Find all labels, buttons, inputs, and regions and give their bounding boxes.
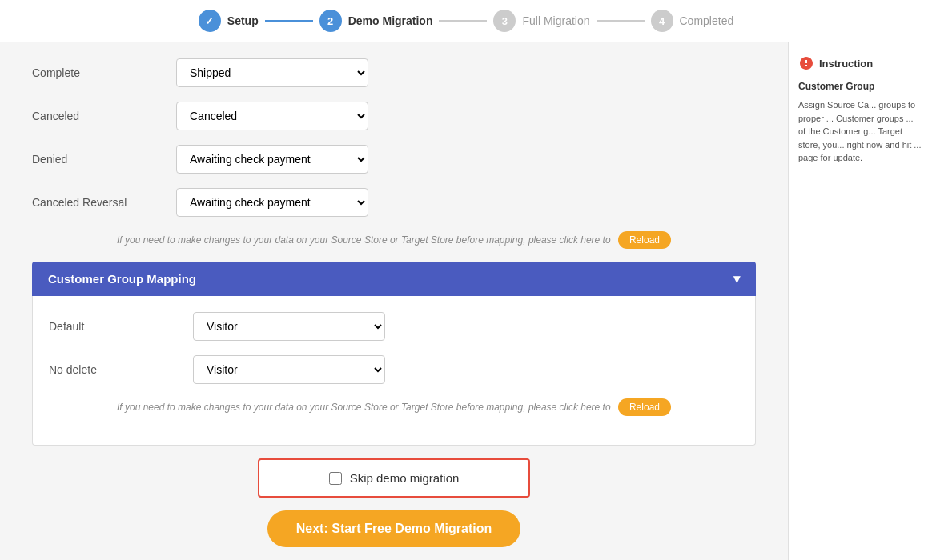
form-row-default: Default Visitor General Wholesale — [49, 312, 739, 341]
step-number-demo: 2 — [327, 15, 333, 27]
step-demo-migration: 2 Demo Migration — [319, 10, 433, 32]
stepper: ✓ Setup 2 Demo Migration 3 Full Migratio… — [0, 0, 932, 42]
step-setup: ✓ Setup — [199, 10, 259, 32]
label-default: Default — [49, 320, 193, 333]
step-full-migration: 3 Full Migration — [493, 10, 589, 32]
content-area: Complete Shipped Canceled Awaiting check… — [0, 42, 788, 560]
step-label-setup: Setup — [227, 14, 259, 27]
reload-button-1[interactable]: Reload — [618, 231, 671, 249]
section-content-customer-group: Default Visitor General Wholesale No del… — [32, 296, 756, 446]
select-canceled[interactable]: Shipped Canceled Awaiting check payment … — [176, 102, 368, 130]
section-title-customer-group: Customer Group Mapping — [48, 272, 196, 286]
select-default[interactable]: Visitor General Wholesale — [193, 312, 385, 341]
next-button[interactable]: Next: Start Free Demo Migration — [267, 510, 520, 547]
step-label-demo: Demo Migration — [348, 14, 433, 27]
main-layout: Complete Shipped Canceled Awaiting check… — [0, 42, 932, 560]
connector-2 — [439, 20, 487, 22]
step-checkmark: ✓ — [205, 15, 214, 27]
connector-3 — [597, 20, 645, 22]
step-completed: 4 Completed — [651, 10, 734, 32]
sidebar-text: Assign Source Ca... groups to proper ...… — [798, 98, 922, 165]
sidebar: Instruction Customer Group Assign Source… — [788, 42, 932, 560]
step-number-full: 3 — [502, 15, 508, 27]
select-complete[interactable]: Shipped Canceled Awaiting check payment … — [176, 58, 368, 87]
select-no-delete[interactable]: Visitor General Wholesale — [193, 355, 385, 384]
sidebar-customer-group-heading: Customer Group — [798, 81, 922, 92]
step-circle-completed: 4 — [651, 10, 673, 32]
form-row-canceled-reversal: Canceled Reversal Shipped Canceled Await… — [32, 188, 756, 217]
section-header-customer-group[interactable]: Customer Group Mapping ▾ — [32, 262, 756, 296]
reload-notice-1: If you need to make changes to your data… — [32, 231, 756, 249]
label-denied: Denied — [32, 153, 176, 166]
label-canceled-reversal: Canceled Reversal — [32, 196, 176, 209]
instructions-icon — [798, 55, 814, 71]
reload-notice-2: If you need to make changes to your data… — [49, 398, 739, 416]
form-row-complete: Complete Shipped Canceled Awaiting check… — [32, 58, 756, 87]
step-label-completed: Completed — [680, 14, 734, 27]
chevron-down-icon: ▾ — [733, 271, 740, 286]
step-circle-demo: 2 — [319, 10, 342, 32]
form-row-no-delete: No delete Visitor General Wholesale — [49, 355, 739, 384]
step-circle-full: 3 — [493, 10, 516, 32]
label-canceled: Canceled — [32, 110, 176, 122]
select-denied[interactable]: Shipped Canceled Awaiting check payment … — [176, 145, 368, 174]
reload-notice-text-1: If you need to make changes to your data… — [117, 234, 611, 246]
step-number-completed: 4 — [659, 15, 665, 27]
step-label-full: Full Migration — [522, 14, 589, 27]
skip-demo-label[interactable]: Skip demo migration — [350, 471, 460, 485]
customer-group-section: Customer Group Mapping ▾ Default Visitor… — [32, 262, 756, 446]
sidebar-logo: Instruction — [798, 55, 922, 71]
select-canceled-reversal[interactable]: Shipped Canceled Awaiting check payment … — [176, 188, 368, 217]
label-complete: Complete — [32, 66, 176, 79]
label-no-delete: No delete — [49, 363, 193, 376]
form-row-canceled: Canceled Shipped Canceled Awaiting check… — [32, 102, 756, 130]
skip-demo-box: Skip demo migration — [258, 458, 530, 498]
sidebar-title: Instruction — [819, 58, 873, 70]
skip-demo-checkbox[interactable] — [329, 472, 342, 485]
reload-button-2[interactable]: Reload — [618, 398, 671, 416]
connector-1 — [265, 20, 313, 22]
form-row-denied: Denied Shipped Canceled Awaiting check p… — [32, 145, 756, 174]
step-circle-setup: ✓ — [199, 10, 221, 32]
reload-notice-text-2: If you need to make changes to your data… — [117, 402, 611, 413]
